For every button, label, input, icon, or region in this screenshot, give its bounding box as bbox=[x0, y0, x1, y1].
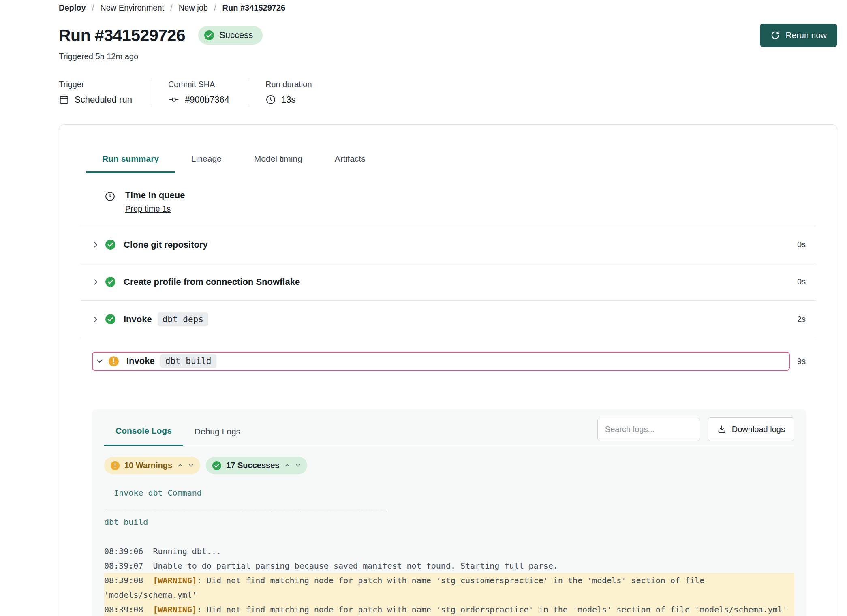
timer-icon bbox=[105, 191, 116, 202]
log-filter-badges: 10 Warnings 17 Successes bbox=[104, 457, 794, 474]
warnings-prev-chevron-up-icon[interactable] bbox=[177, 462, 183, 468]
step-duration: 2s bbox=[797, 314, 806, 324]
meta-commit-label: Commit SHA bbox=[168, 80, 229, 89]
logs-header: Console Logs Debug Logs Download logs bbox=[104, 417, 794, 446]
meta-trigger-label: Trigger bbox=[59, 80, 132, 89]
step-label: Clone git repository bbox=[124, 240, 208, 250]
run-detail-page: Deploy / New Environment / New job / Run… bbox=[0, 0, 847, 616]
success-check-icon bbox=[105, 239, 116, 250]
prep-time-link[interactable]: Prep time 1s bbox=[125, 204, 171, 214]
run-summary-card: Run summary Lineage Model timing Artifac… bbox=[59, 124, 837, 616]
warnings-badge[interactable]: 10 Warnings bbox=[104, 457, 200, 474]
step-invoke-dbt-build[interactable]: Invoke dbt build 9s bbox=[81, 338, 816, 384]
status-badge: Success bbox=[198, 26, 263, 45]
log-line: dbt build bbox=[104, 515, 794, 529]
log-warning-line: 08:39:08 [WARNING]: Did not find matchin… bbox=[104, 602, 794, 616]
warning-circle-icon bbox=[110, 461, 120, 471]
log-output: Invoke dbt Command _____________________… bbox=[104, 486, 794, 616]
chevron-right-icon[interactable] bbox=[92, 278, 99, 286]
meta-commit-value: #900b7364 bbox=[185, 94, 229, 105]
search-logs-input[interactable] bbox=[597, 418, 700, 441]
rerun-now-label: Rerun now bbox=[785, 30, 827, 40]
log-separator: ________________________________________… bbox=[104, 500, 794, 515]
tab-console-logs[interactable]: Console Logs bbox=[104, 418, 183, 446]
meta-trigger: Trigger Scheduled run bbox=[59, 80, 151, 105]
page-title: Run #341529726 bbox=[59, 26, 185, 45]
meta-duration-value: 13s bbox=[281, 94, 295, 105]
log-line: 08:39:07 Unable to do partial parsing be… bbox=[104, 558, 794, 573]
step-command-chip: dbt build bbox=[160, 354, 216, 368]
successes-next-chevron-down-icon[interactable] bbox=[295, 462, 301, 468]
logs-panel: Console Logs Debug Logs Download logs bbox=[92, 409, 806, 616]
triggered-timestamp: Triggered 5h 12m ago bbox=[59, 52, 837, 61]
step-clone-git-repository[interactable]: Clone git repository 0s bbox=[81, 226, 816, 263]
tab-lineage[interactable]: Lineage bbox=[175, 154, 238, 173]
download-icon bbox=[717, 424, 727, 434]
step-invoke-dbt-deps[interactable]: Invoke dbt deps 2s bbox=[81, 301, 816, 338]
breadcrumb-deploy[interactable]: Deploy bbox=[59, 2, 86, 13]
status-badge-label: Success bbox=[219, 30, 253, 41]
chevron-down-icon[interactable] bbox=[96, 357, 103, 365]
expanded-step-highlight[interactable]: Invoke dbt build bbox=[92, 352, 790, 371]
refresh-icon bbox=[770, 30, 780, 40]
log-blank-line bbox=[104, 529, 794, 544]
meta-trigger-value: Scheduled run bbox=[75, 94, 132, 105]
logs-actions: Download logs bbox=[597, 417, 794, 446]
header: Run #341529726 Success Rerun now bbox=[59, 24, 837, 47]
breadcrumb-separator: / bbox=[170, 2, 173, 13]
breadcrumb-separator: / bbox=[214, 2, 216, 13]
tab-debug-logs[interactable]: Debug Logs bbox=[183, 419, 252, 445]
run-meta: Trigger Scheduled run Commit SHA #900b73… bbox=[59, 80, 837, 105]
check-circle-icon bbox=[212, 461, 222, 471]
tab-artifacts[interactable]: Artifacts bbox=[319, 154, 382, 173]
step-duration: 9s bbox=[797, 357, 806, 366]
log-warning-line: 08:39:08 [WARNING]: Did not find matchin… bbox=[104, 573, 794, 602]
chevron-right-icon[interactable] bbox=[92, 316, 99, 323]
time-in-queue-title: Time in queue bbox=[125, 190, 185, 201]
step-create-profile[interactable]: Create profile from connection Snowflake… bbox=[81, 263, 816, 301]
success-check-icon bbox=[105, 276, 116, 287]
step-duration: 0s bbox=[797, 277, 806, 287]
meta-duration-label: Run duration bbox=[265, 80, 312, 89]
run-tabs: Run summary Lineage Model timing Artifac… bbox=[86, 125, 816, 173]
warning-circle-icon bbox=[108, 356, 119, 367]
clock-icon bbox=[265, 94, 276, 105]
tab-run-summary[interactable]: Run summary bbox=[86, 154, 175, 173]
download-logs-button[interactable]: Download logs bbox=[708, 417, 794, 441]
step-label: Invoke bbox=[124, 314, 152, 325]
breadcrumb-new-environment[interactable]: New Environment bbox=[100, 2, 164, 13]
meta-duration: Run duration 13s bbox=[248, 80, 331, 105]
chevron-right-icon[interactable] bbox=[92, 241, 99, 248]
tab-model-timing[interactable]: Model timing bbox=[238, 154, 319, 173]
breadcrumb: Deploy / New Environment / New job / Run… bbox=[59, 2, 837, 13]
log-line: Invoke dbt Command bbox=[104, 486, 794, 500]
step-label: Create profile from connection Snowflake bbox=[124, 277, 300, 287]
breadcrumb-run-id: Run #341529726 bbox=[222, 2, 285, 13]
download-logs-label: Download logs bbox=[732, 425, 785, 434]
time-in-queue-section: Time in queue Prep time 1s bbox=[81, 173, 816, 226]
successes-prev-chevron-up-icon[interactable] bbox=[284, 462, 290, 468]
step-command-chip: dbt deps bbox=[158, 312, 208, 326]
log-line: 08:39:06 Running dbt... bbox=[104, 544, 794, 558]
git-commit-icon bbox=[168, 94, 180, 105]
breadcrumb-new-job[interactable]: New job bbox=[179, 2, 208, 13]
warnings-next-chevron-down-icon[interactable] bbox=[188, 462, 194, 468]
successes-badge-label: 17 Successes bbox=[226, 461, 279, 470]
step-duration: 0s bbox=[797, 240, 806, 249]
meta-commit: Commit SHA #900b7364 bbox=[151, 80, 248, 105]
warnings-badge-label: 10 Warnings bbox=[124, 461, 172, 470]
check-circle-icon bbox=[204, 30, 214, 41]
success-check-icon bbox=[105, 314, 116, 325]
rerun-now-button[interactable]: Rerun now bbox=[760, 24, 837, 47]
step-label: Invoke bbox=[126, 356, 155, 366]
calendar-icon bbox=[59, 94, 69, 105]
successes-badge[interactable]: 17 Successes bbox=[206, 457, 307, 474]
breadcrumb-separator: / bbox=[92, 2, 94, 13]
